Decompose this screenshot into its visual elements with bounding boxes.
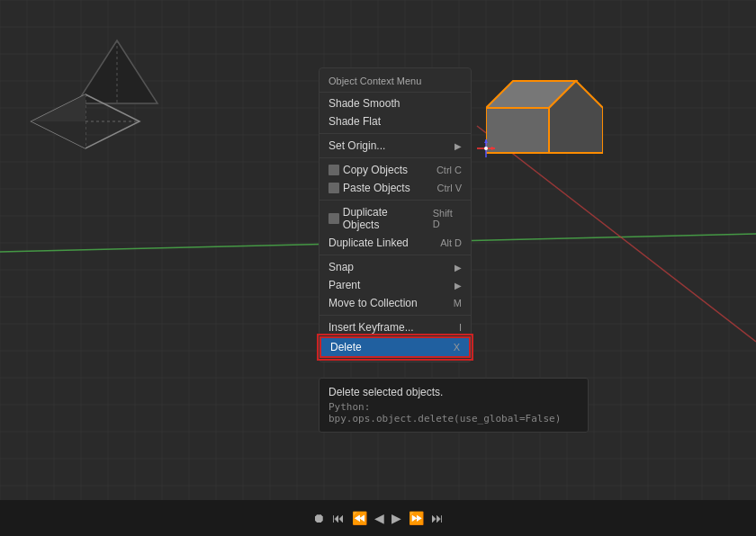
svg-marker-8 xyxy=(486,108,549,153)
parent-label: Parent xyxy=(328,279,360,291)
svg-marker-14 xyxy=(484,139,488,143)
paste-objects-icon xyxy=(328,183,339,193)
context-menu: Object Context Menu Shade SmoothShade Fl… xyxy=(319,67,472,362)
tooltip-python: Python: bpy.ops.object.delete(use_global… xyxy=(328,401,579,424)
duplicate-objects-icon xyxy=(328,213,339,224)
duplicate-objects-label: Duplicate Objects xyxy=(343,206,426,231)
delete-label: Delete xyxy=(330,341,362,353)
separator-after-set-origin xyxy=(320,157,471,158)
move-to-collection-shortcut: M xyxy=(454,298,462,308)
menu-item-snap[interactable]: Snap▶ xyxy=(320,258,471,276)
paste-objects-shortcut: Ctrl V xyxy=(437,183,463,193)
duplicate-objects-shortcut: Shift D xyxy=(433,208,462,229)
separator-after-move-to-collection xyxy=(320,315,471,316)
cube-object xyxy=(486,72,603,171)
copy-objects-label: Copy Objects xyxy=(343,164,408,176)
set-origin-arrow: ▶ xyxy=(454,141,462,151)
duplicate-linked-label: Duplicate Linked xyxy=(328,237,409,249)
duplicate-linked-shortcut: Alt D xyxy=(440,237,462,248)
shade-flat-label: Shade Flat xyxy=(328,115,381,128)
paste-objects-label: Paste Objects xyxy=(343,182,410,194)
menu-item-shade-flat[interactable]: Shade Flat xyxy=(320,112,471,130)
playback-step-back[interactable]: ◀ xyxy=(374,511,384,525)
playback-rewind[interactable]: ⏪ xyxy=(352,511,367,525)
menu-item-paste-objects[interactable]: Paste ObjectsCtrl V xyxy=(320,179,471,197)
playback-jump-end[interactable]: ⏭ xyxy=(431,511,444,525)
menu-item-parent[interactable]: Parent▶ xyxy=(320,276,471,294)
menu-item-duplicate-objects[interactable]: Duplicate ObjectsShift D xyxy=(320,203,471,234)
copy-objects-icon xyxy=(328,165,339,175)
insert-keyframe-label: Insert Keyframe... xyxy=(328,321,414,334)
bottom-bar: ⏺ ⏮ ⏪ ◀ ▶ ⏩ ⏭ xyxy=(0,500,756,536)
svg-point-13 xyxy=(484,147,488,150)
viewport: Object Context Menu Shade SmoothShade Fl… xyxy=(0,0,756,500)
separator-after-shade-flat xyxy=(320,133,471,134)
playback-jump-start[interactable]: ⏮ xyxy=(332,511,345,525)
svg-marker-6 xyxy=(32,121,86,148)
parent-arrow: ▶ xyxy=(454,281,462,290)
transform-gizmo xyxy=(477,139,495,157)
tooltip-title: Delete selected objects. xyxy=(328,386,579,398)
shade-smooth-label: Shade Smooth xyxy=(328,97,400,110)
svg-marker-15 xyxy=(491,147,495,150)
insert-keyframe-shortcut: I xyxy=(459,322,462,333)
menu-item-copy-objects[interactable]: Copy ObjectsCtrl C xyxy=(320,161,471,179)
separator-after-duplicate-linked xyxy=(320,255,471,255)
move-to-collection-label: Move to Collection xyxy=(328,297,418,309)
separator-after-paste-objects xyxy=(320,200,471,201)
tooltip-box: Delete selected objects. Python: bpy.ops… xyxy=(319,378,589,433)
snap-arrow: ▶ xyxy=(454,263,462,272)
delete-shortcut: X xyxy=(454,342,460,353)
menu-item-move-to-collection[interactable]: Move to CollectionM xyxy=(320,294,471,312)
diamond-object xyxy=(27,90,144,153)
menu-item-shade-smooth[interactable]: Shade Smooth xyxy=(320,94,471,112)
menu-item-set-origin[interactable]: Set Origin...▶ xyxy=(320,137,471,155)
menu-item-insert-keyframe[interactable]: Insert Keyframe...I xyxy=(320,318,471,336)
svg-marker-5 xyxy=(32,94,86,121)
menu-item-delete[interactable]: DeleteX xyxy=(320,336,471,358)
snap-label: Snap xyxy=(328,261,354,273)
set-origin-label: Set Origin... xyxy=(328,139,385,152)
playback-step-forward[interactable]: ⏩ xyxy=(409,511,424,525)
menu-item-duplicate-linked[interactable]: Duplicate LinkedAlt D xyxy=(320,234,471,252)
copy-objects-shortcut: Ctrl C xyxy=(436,165,462,175)
playback-play[interactable]: ▶ xyxy=(392,511,401,525)
playback-record[interactable]: ⏺ xyxy=(312,511,325,525)
context-menu-title: Object Context Menu xyxy=(320,72,471,93)
